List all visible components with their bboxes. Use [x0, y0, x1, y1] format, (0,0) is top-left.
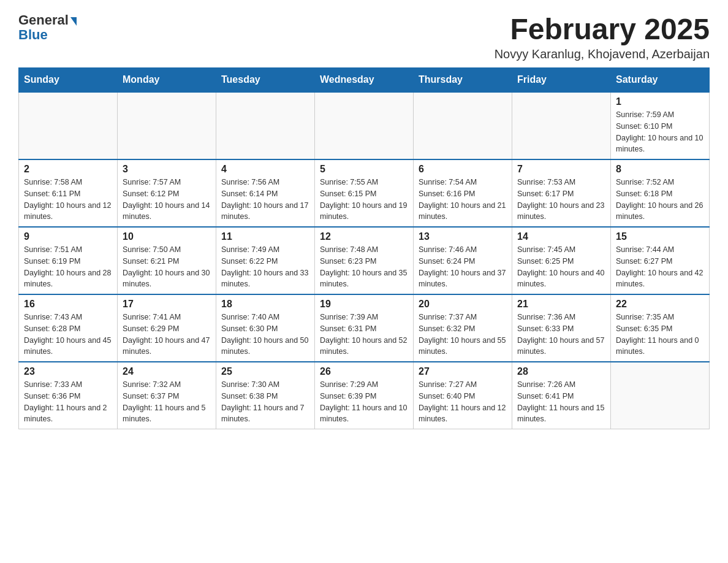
- day-info: Sunrise: 7:53 AMSunset: 6:17 PMDaylight:…: [517, 177, 605, 223]
- calendar-cell: 18Sunrise: 7:40 AMSunset: 6:30 PMDayligh…: [216, 294, 315, 362]
- day-number: 9: [24, 231, 112, 242]
- week-row-1: 1Sunrise: 7:59 AMSunset: 6:10 PMDaylight…: [19, 92, 710, 159]
- calendar-cell: 28Sunrise: 7:26 AMSunset: 6:41 PMDayligh…: [512, 362, 611, 429]
- day-info: Sunrise: 7:30 AMSunset: 6:38 PMDaylight:…: [221, 379, 309, 425]
- week-row-4: 16Sunrise: 7:43 AMSunset: 6:28 PMDayligh…: [19, 294, 710, 362]
- day-info: Sunrise: 7:33 AMSunset: 6:36 PMDaylight:…: [24, 379, 112, 425]
- calendar-cell: 19Sunrise: 7:39 AMSunset: 6:31 PMDayligh…: [315, 294, 414, 362]
- day-of-week-thursday: Thursday: [414, 68, 512, 93]
- day-number: 2: [24, 164, 112, 175]
- calendar-cell: [118, 92, 216, 159]
- calendar-cell: 22Sunrise: 7:35 AMSunset: 6:35 PMDayligh…: [611, 294, 710, 362]
- calendar-header: SundayMondayTuesdayWednesdayThursdayFrid…: [19, 68, 710, 93]
- day-info: Sunrise: 7:43 AMSunset: 6:28 PMDaylight:…: [24, 312, 112, 358]
- calendar-cell: 11Sunrise: 7:49 AMSunset: 6:22 PMDayligh…: [216, 227, 315, 294]
- day-number: 18: [221, 299, 309, 310]
- day-number: 22: [616, 299, 704, 310]
- day-number: 7: [517, 164, 605, 175]
- day-number: 27: [419, 366, 507, 377]
- title-area: February 2025 Novyy Karanlug, Khojavend,…: [495, 12, 710, 61]
- day-info: Sunrise: 7:56 AMSunset: 6:14 PMDaylight:…: [221, 177, 309, 223]
- day-info: Sunrise: 7:37 AMSunset: 6:32 PMDaylight:…: [419, 312, 507, 358]
- day-number: 11: [221, 231, 309, 242]
- calendar-table: SundayMondayTuesdayWednesdayThursdayFrid…: [18, 67, 710, 429]
- day-number: 17: [123, 299, 211, 310]
- calendar-cell: [19, 92, 118, 159]
- calendar-cell: 9Sunrise: 7:51 AMSunset: 6:19 PMDaylight…: [19, 227, 118, 294]
- day-number: 13: [419, 231, 507, 242]
- day-number: 24: [123, 366, 211, 377]
- calendar-cell: 12Sunrise: 7:48 AMSunset: 6:23 PMDayligh…: [315, 227, 414, 294]
- day-number: 25: [221, 366, 309, 377]
- month-title: February 2025: [495, 12, 710, 46]
- logo: General Blue: [18, 12, 77, 43]
- day-info: Sunrise: 7:50 AMSunset: 6:21 PMDaylight:…: [123, 244, 211, 290]
- day-number: 10: [123, 231, 211, 242]
- day-info: Sunrise: 7:35 AMSunset: 6:35 PMDaylight:…: [616, 312, 704, 358]
- calendar-cell: [611, 362, 710, 429]
- calendar-cell: 7Sunrise: 7:53 AMSunset: 6:17 PMDaylight…: [512, 159, 611, 227]
- calendar-cell: 17Sunrise: 7:41 AMSunset: 6:29 PMDayligh…: [118, 294, 216, 362]
- day-number: 6: [419, 164, 507, 175]
- day-number: 14: [517, 231, 605, 242]
- day-info: Sunrise: 7:44 AMSunset: 6:27 PMDaylight:…: [616, 244, 704, 290]
- day-info: Sunrise: 7:26 AMSunset: 6:41 PMDaylight:…: [517, 379, 605, 425]
- day-info: Sunrise: 7:36 AMSunset: 6:33 PMDaylight:…: [517, 312, 605, 358]
- day-info: Sunrise: 7:58 AMSunset: 6:11 PMDaylight:…: [24, 177, 112, 223]
- day-number: 1: [616, 96, 704, 107]
- day-info: Sunrise: 7:39 AMSunset: 6:31 PMDaylight:…: [320, 312, 408, 358]
- calendar-cell: 6Sunrise: 7:54 AMSunset: 6:16 PMDaylight…: [414, 159, 512, 227]
- day-number: 26: [320, 366, 408, 377]
- calendar-cell: 16Sunrise: 7:43 AMSunset: 6:28 PMDayligh…: [19, 294, 118, 362]
- calendar-cell: 21Sunrise: 7:36 AMSunset: 6:33 PMDayligh…: [512, 294, 611, 362]
- day-info: Sunrise: 7:49 AMSunset: 6:22 PMDaylight:…: [221, 244, 309, 290]
- week-row-5: 23Sunrise: 7:33 AMSunset: 6:36 PMDayligh…: [19, 362, 710, 429]
- day-number: 12: [320, 231, 408, 242]
- day-number: 23: [24, 366, 112, 377]
- calendar-cell: 3Sunrise: 7:57 AMSunset: 6:12 PMDaylight…: [118, 159, 216, 227]
- calendar-cell: 23Sunrise: 7:33 AMSunset: 6:36 PMDayligh…: [19, 362, 118, 429]
- day-number: 28: [517, 366, 605, 377]
- calendar-cell: 4Sunrise: 7:56 AMSunset: 6:14 PMDaylight…: [216, 159, 315, 227]
- day-info: Sunrise: 7:55 AMSunset: 6:15 PMDaylight:…: [320, 177, 408, 223]
- calendar-cell: 27Sunrise: 7:27 AMSunset: 6:40 PMDayligh…: [414, 362, 512, 429]
- day-of-week-saturday: Saturday: [611, 68, 710, 93]
- day-info: Sunrise: 7:41 AMSunset: 6:29 PMDaylight:…: [123, 312, 211, 358]
- day-number: 5: [320, 164, 408, 175]
- day-number: 15: [616, 231, 704, 242]
- calendar-cell: 26Sunrise: 7:29 AMSunset: 6:39 PMDayligh…: [315, 362, 414, 429]
- day-info: Sunrise: 7:46 AMSunset: 6:24 PMDaylight:…: [419, 244, 507, 290]
- day-of-week-wednesday: Wednesday: [315, 68, 414, 93]
- calendar-cell: 20Sunrise: 7:37 AMSunset: 6:32 PMDayligh…: [414, 294, 512, 362]
- week-row-3: 9Sunrise: 7:51 AMSunset: 6:19 PMDaylight…: [19, 227, 710, 294]
- logo-arrow-icon: [70, 17, 77, 26]
- day-info: Sunrise: 7:32 AMSunset: 6:37 PMDaylight:…: [123, 379, 211, 425]
- calendar-cell: 24Sunrise: 7:32 AMSunset: 6:37 PMDayligh…: [118, 362, 216, 429]
- day-number: 4: [221, 164, 309, 175]
- day-info: Sunrise: 7:45 AMSunset: 6:25 PMDaylight:…: [517, 244, 605, 290]
- day-info: Sunrise: 7:51 AMSunset: 6:19 PMDaylight:…: [24, 244, 112, 290]
- day-info: Sunrise: 7:52 AMSunset: 6:18 PMDaylight:…: [616, 177, 704, 223]
- logo-blue-text: Blue: [18, 27, 48, 43]
- logo-general-text: General: [18, 12, 77, 28]
- day-info: Sunrise: 7:59 AMSunset: 6:10 PMDaylight:…: [616, 109, 704, 155]
- day-info: Sunrise: 7:27 AMSunset: 6:40 PMDaylight:…: [419, 379, 507, 425]
- calendar-cell: 10Sunrise: 7:50 AMSunset: 6:21 PMDayligh…: [118, 227, 216, 294]
- logo-general-label: General: [18, 12, 69, 28]
- day-number: 8: [616, 164, 704, 175]
- day-info: Sunrise: 7:40 AMSunset: 6:30 PMDaylight:…: [221, 312, 309, 358]
- calendar-cell: 13Sunrise: 7:46 AMSunset: 6:24 PMDayligh…: [414, 227, 512, 294]
- page-header: General Blue February 2025 Novyy Karanlu…: [18, 12, 710, 61]
- day-info: Sunrise: 7:29 AMSunset: 6:39 PMDaylight:…: [320, 379, 408, 425]
- day-of-week-monday: Monday: [118, 68, 216, 93]
- calendar-cell: [315, 92, 414, 159]
- day-info: Sunrise: 7:48 AMSunset: 6:23 PMDaylight:…: [320, 244, 408, 290]
- calendar-cell: 14Sunrise: 7:45 AMSunset: 6:25 PMDayligh…: [512, 227, 611, 294]
- calendar-cell: 5Sunrise: 7:55 AMSunset: 6:15 PMDaylight…: [315, 159, 414, 227]
- day-info: Sunrise: 7:57 AMSunset: 6:12 PMDaylight:…: [123, 177, 211, 223]
- day-of-week-tuesday: Tuesday: [216, 68, 315, 93]
- calendar-cell: 1Sunrise: 7:59 AMSunset: 6:10 PMDaylight…: [611, 92, 710, 159]
- calendar-cell: [414, 92, 512, 159]
- day-number: 19: [320, 299, 408, 310]
- week-row-2: 2Sunrise: 7:58 AMSunset: 6:11 PMDaylight…: [19, 159, 710, 227]
